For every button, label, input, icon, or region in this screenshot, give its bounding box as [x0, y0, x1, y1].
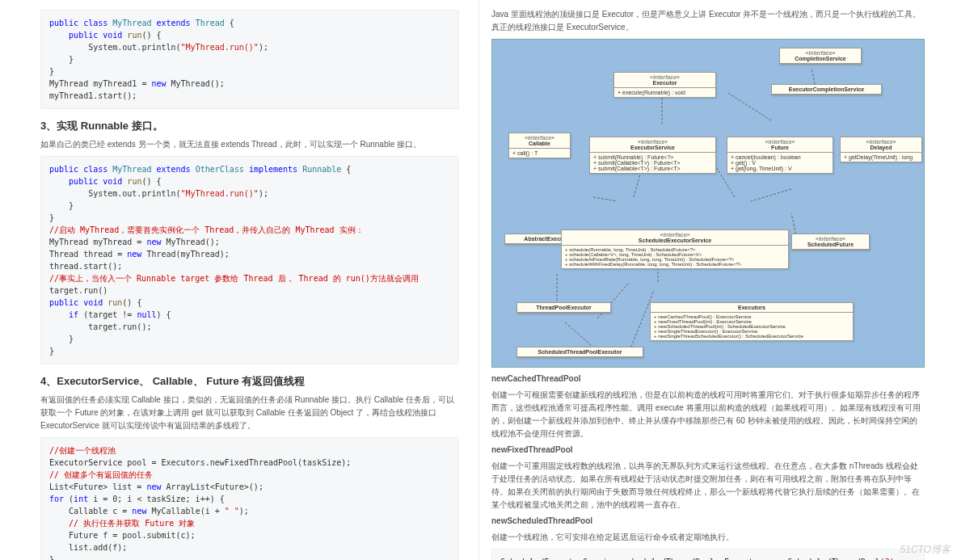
code-block-3: //创建一个线程池 ExecutorService pool = Executo…	[40, 437, 459, 560]
uml-executor: «interface»Executor + execute(Runnable) …	[613, 72, 716, 98]
heading-4-executorservice: 4、ExecutorService、 Callable、 Future 有返回值…	[40, 374, 459, 389]
uml-diagram: «interface»CompletionService «interface»…	[491, 39, 925, 368]
para-newscheduled: 创建一个线程池，它可安排在给定延迟后运行命令或者定期地执行。	[491, 531, 925, 544]
para-newcached: 创建一个可根据需要创建新线程的线程池，但是在以前构造的线程可用时将重用它们。对于…	[491, 389, 925, 440]
svg-line-1	[727, 92, 771, 120]
left-column: public class MyThread extends Thread { p…	[0, 0, 478, 560]
uml-future: «interface»Future + cancel(boolean) : bo…	[727, 137, 833, 174]
heading-newscheduled: newScheduledThreadPool	[491, 515, 925, 528]
para-runnable: 如果自己的类已经 extends 另一个类，就无法直接 extends Thre…	[40, 138, 459, 151]
column-divider	[478, 0, 479, 560]
code-block-2: public class MyThread extends OtherClass…	[40, 156, 459, 364]
uml-scheduledthreadpoolexecutor: ScheduledThreadPoolExecutor	[516, 347, 643, 358]
heading-3-runnable: 3、实现 Runnable 接口。	[40, 119, 459, 133]
right-intro: Java 里面线程池的顶级接口是 Executor，但是严格意义上讲 Execu…	[491, 8, 925, 34]
para-executorservice: 有返回值的任务必须实现 Callable 接口，类似的，无返回值的任务必须 Ru…	[40, 394, 459, 432]
uml-scheduledexecutorservice: «interface»ScheduledExecutorService + sc…	[561, 229, 789, 269]
watermark: 51CTO博客	[900, 543, 951, 557]
uml-callable: «interface»Callable + call() : T	[508, 133, 571, 158]
code-block-1: public class MyThread extends Thread { p…	[40, 10, 459, 109]
uml-executorcompletionservice: ExecutorCompletionService	[771, 84, 882, 95]
right-column: Java 里面线程池的顶级接口是 Executor，但是严格意义上讲 Execu…	[478, 0, 957, 560]
uml-threadpoolexecutor: ThreadPoolExecutor	[516, 302, 611, 314]
para-newfixed: 创建一个可重用固定线程数的线程池，以共享的无界队列方式来运行这些线程。在任意点，…	[491, 460, 925, 512]
svg-line-12	[751, 189, 791, 201]
heading-newfixed: newFixedThreadPool	[491, 444, 925, 457]
uml-executorservice: «interface»ExecutorService + submit(Runn…	[589, 137, 716, 174]
uml-completionservice: «interface»CompletionService	[779, 48, 862, 65]
heading-newcached: newCachedThreadPool	[491, 373, 925, 385]
uml-executors: Executors + newCachedThreadPool() : Exec…	[650, 302, 854, 341]
uml-delayed: «interface»Delayed + getDelay(TimeUnit) …	[840, 137, 922, 162]
uml-scheduledfuture: «interface»ScheduledFuture	[791, 234, 870, 251]
svg-line-13	[593, 197, 618, 201]
document-page: public class MyThread extends Thread { p…	[0, 0, 957, 560]
code-block-5: ScheduledExecutorService scheduledThread…	[491, 549, 925, 560]
